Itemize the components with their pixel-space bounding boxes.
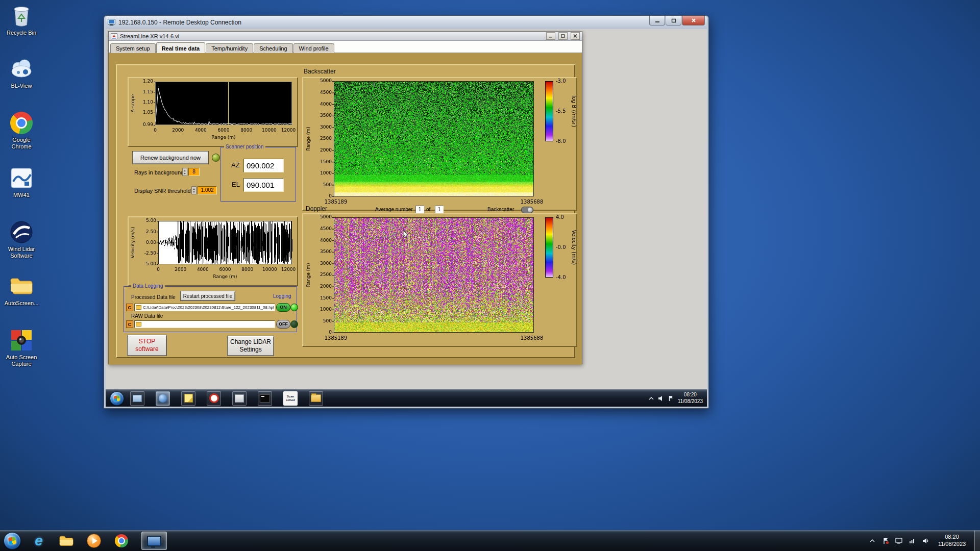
average-number-label: Average number — [375, 207, 413, 212]
average-number-value[interactable]: 1 — [415, 206, 424, 213]
panel-inner: Renew background now Rays in background … — [116, 64, 575, 358]
rays-value[interactable]: 8 — [188, 168, 200, 176]
mouse-cursor — [403, 230, 409, 238]
desktop-icon-recycle-bin[interactable]: Recycle Bin — [2, 3, 41, 36]
remote-start-button[interactable] — [110, 391, 124, 406]
raw-data-file-label: RAW Data file — [131, 313, 163, 319]
taskbar-clock[interactable]: 08:20 11/08/2023 — [935, 534, 969, 548]
streamline-window: StreamLine XR v14-6.vi System setup Real… — [108, 31, 582, 364]
streamline-titlebar[interactable]: StreamLine XR v14-6.vi — [109, 32, 582, 41]
streamline-maximize-button[interactable] — [558, 32, 568, 40]
scanner-position-group: Scanner position AZ 090.002 EL 090.001 — [220, 147, 296, 202]
change-lidar-settings-button[interactable]: Change LiDAR Settings — [227, 336, 274, 356]
remote-clock[interactable]: 08:20 11/08/2023 — [678, 392, 703, 405]
az-field[interactable]: 090.002 — [243, 159, 284, 172]
remote-task-cmd[interactable] — [258, 391, 272, 406]
rays-in-background-label: Rays in background — [134, 169, 184, 176]
rdp-icon — [108, 19, 115, 26]
remote-task-folder[interactable] — [309, 391, 323, 406]
backscatter-toggle[interactable] — [521, 207, 533, 213]
processed-path-field[interactable]: C:\Lidar\Data\Proc\2023\202308\20230811\… — [134, 304, 275, 311]
processed-drive-box[interactable]: C — [126, 304, 133, 311]
rdp-minimize-button[interactable] — [649, 16, 665, 26]
raw-path-field[interactable] — [134, 320, 275, 328]
auto-screen-capture-icon — [2, 328, 41, 353]
remote-task-scan-sched[interactable]: Scansched — [283, 391, 298, 406]
taskbar-media-player-icon[interactable] — [86, 533, 102, 548]
velocity-chart — [128, 216, 298, 286]
raw-drive-box[interactable]: C — [126, 320, 133, 328]
remote-desktop: StreamLine XR v14-6.vi System setup Real… — [106, 29, 707, 407]
folder-glyph-icon — [136, 305, 141, 310]
taskbar-ie-icon[interactable]: e — [31, 533, 46, 548]
desktop-icon-label: Recycle Bin — [2, 30, 41, 36]
tray-volume-icon[interactable] — [921, 537, 929, 545]
streamline-close-button[interactable] — [571, 32, 580, 40]
stop-software-button[interactable]: STOP software — [127, 335, 167, 356]
desktop-icon-google-chrome[interactable]: Google Chrome — [2, 110, 41, 149]
restart-processed-file-button[interactable]: Restart processed file — [180, 291, 235, 301]
start-button[interactable] — [4, 532, 21, 549]
remote-task-window[interactable] — [130, 391, 144, 406]
folder-glyph-icon — [136, 322, 141, 327]
tab-real-time-data[interactable]: Real time data — [156, 42, 206, 53]
tray-action-center-icon[interactable] — [881, 537, 890, 545]
tray-expand-icon[interactable] — [868, 537, 876, 545]
tab-scheduling[interactable]: Scheduling — [254, 43, 292, 53]
el-field[interactable]: 090.001 — [243, 178, 284, 192]
desktop-icon-auto-screen-capture[interactable]: Auto Screen Capture — [2, 328, 41, 367]
remote-task-power-app[interactable] — [207, 391, 221, 406]
az-label: AZ — [231, 161, 240, 169]
desktop-icon-bl-view[interactable]: BL-View — [2, 56, 41, 89]
remote-task-lidar-app[interactable] — [156, 391, 170, 406]
taskbar-chrome-icon[interactable] — [114, 533, 129, 548]
rays-spinner[interactable] — [182, 168, 187, 176]
ie-letter: e — [35, 534, 43, 548]
clock-time: 08:20 — [935, 534, 969, 541]
remote-tray-expand-icon[interactable] — [649, 396, 654, 400]
settings-button-line1: Change LiDAR — [230, 338, 271, 346]
desktop-icon-label: BL-View — [2, 83, 41, 89]
rdp-window: 192.168.0.150 - Remote Desktop Connectio… — [104, 15, 709, 409]
rdp-maximize-button[interactable] — [666, 16, 681, 26]
tab-system-setup[interactable]: System setup — [110, 43, 156, 53]
folder-icon — [2, 273, 41, 299]
backscatter-toggle-label: Backscatter — [487, 207, 514, 212]
ascope-chart — [128, 77, 298, 147]
rdp-close-button[interactable] — [682, 16, 705, 26]
doppler-heatmap — [302, 213, 577, 347]
chrome-icon — [2, 110, 41, 136]
average-of-value[interactable]: 1 — [435, 206, 444, 213]
desktop-icon-wind-lidar[interactable]: Wind Lidar Software — [2, 219, 41, 259]
tab-wind-profile[interactable]: Wind profile — [293, 43, 334, 53]
taskbar-explorer-icon[interactable] — [59, 533, 74, 548]
snr-spinner[interactable] — [191, 186, 197, 194]
snr-value[interactable]: 1.002 — [198, 186, 217, 194]
remote-tray-flag-icon[interactable] — [668, 395, 674, 402]
rdp-window-title: 192.168.0.150 - Remote Desktop Connectio… — [118, 19, 646, 26]
recycle-bin-icon — [2, 3, 41, 29]
stop-button-line1: STOP — [139, 338, 155, 345]
backscatter-title: Backscatter — [304, 68, 336, 75]
desktop-icon-mw41[interactable]: MW41 — [2, 165, 41, 198]
settings-button-line2: Settings — [239, 346, 261, 354]
tray-network-icon[interactable] — [908, 537, 916, 545]
of-label: of — [426, 207, 430, 212]
remote-tray-volume-icon[interactable] — [658, 395, 664, 402]
desktop-icon-label: Google Chrome — [2, 137, 41, 149]
desktop-icon-autoscreen-folder[interactable]: AutoScreen... — [2, 273, 41, 307]
tab-temp-humidity[interactable]: Temp/humidity — [206, 43, 253, 53]
raw-logging-toggle[interactable]: OFF — [276, 320, 290, 329]
logging-label: Logging — [273, 293, 291, 299]
remote-task-notes[interactable] — [181, 391, 195, 406]
rdp-titlebar[interactable]: 192.168.0.150 - Remote Desktop Connectio… — [106, 16, 707, 29]
streamline-minimize-button[interactable] — [546, 32, 555, 40]
tray-rdp-session-icon[interactable] — [895, 537, 903, 545]
renew-background-button[interactable]: Renew background now — [132, 151, 209, 164]
processed-logging-toggle[interactable]: ON — [276, 303, 290, 312]
show-desktop-button[interactable] — [974, 531, 980, 551]
remote-task-app[interactable] — [232, 391, 247, 406]
taskbar-rdp-button[interactable] — [141, 532, 167, 550]
windows-flag-icon — [114, 395, 120, 401]
scanner-position-title: Scanner position — [224, 144, 265, 149]
